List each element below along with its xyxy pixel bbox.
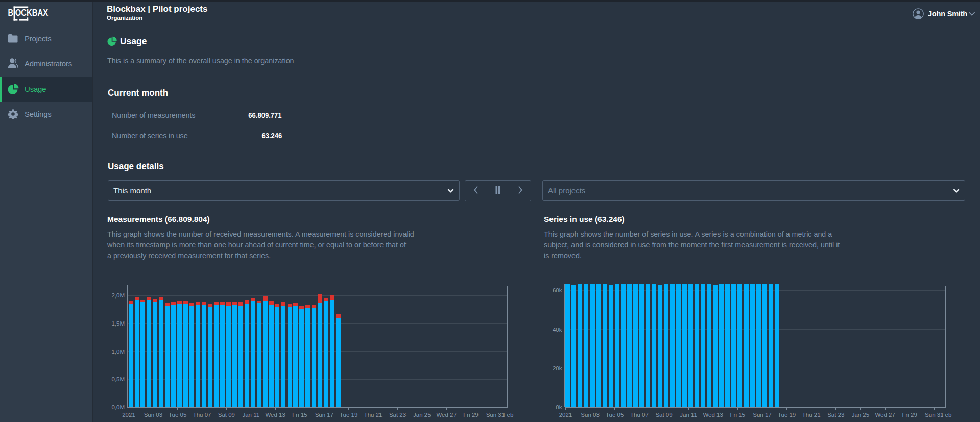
svg-text:Sat 23: Sat 23 xyxy=(827,412,844,418)
svg-text:Feb: Feb xyxy=(504,412,514,418)
svg-text:Fri 29: Fri 29 xyxy=(463,412,478,418)
svg-text:Wed 13: Wed 13 xyxy=(703,412,723,418)
svg-text:Sun 31: Sun 31 xyxy=(925,412,943,418)
svg-text:Fri 15: Fri 15 xyxy=(292,412,307,418)
svg-text:Tue 05: Tue 05 xyxy=(606,412,624,418)
svg-text:Sat 23: Sat 23 xyxy=(389,412,406,418)
svg-text:Jan 11: Jan 11 xyxy=(680,412,697,418)
svg-text:Sat 09: Sat 09 xyxy=(655,412,672,418)
svg-text:Fri 29: Fri 29 xyxy=(902,412,917,418)
svg-text:Jan 11: Jan 11 xyxy=(242,412,259,418)
svg-text:Sun 31: Sun 31 xyxy=(486,412,505,418)
svg-text:0,5M: 0,5M xyxy=(111,376,125,382)
svg-text:Wed 27: Wed 27 xyxy=(436,412,456,418)
svg-text:Tue 05: Tue 05 xyxy=(169,412,186,418)
svg-text:Jan 25: Jan 25 xyxy=(852,412,870,418)
svg-text:2,0M: 2,0M xyxy=(111,292,125,299)
svg-text:Sat 09: Sat 09 xyxy=(218,412,235,418)
svg-text:Sun 03: Sun 03 xyxy=(581,412,599,418)
svg-text:Thu 07: Thu 07 xyxy=(630,412,649,418)
svg-text:60k: 60k xyxy=(553,287,562,293)
svg-text:2021: 2021 xyxy=(559,412,572,418)
svg-text:Thu 21: Thu 21 xyxy=(364,412,383,418)
svg-text:1,0M: 1,0M xyxy=(111,349,125,355)
svg-text:Thu 21: Thu 21 xyxy=(802,412,821,418)
svg-text:0,0M: 0,0M xyxy=(111,404,125,410)
svg-text:Feb: Feb xyxy=(941,412,951,418)
svg-text:Tue 19: Tue 19 xyxy=(340,412,357,418)
svg-text:Sun 17: Sun 17 xyxy=(315,412,333,418)
svg-text:Wed 27: Wed 27 xyxy=(875,412,895,418)
svg-text:Fri 15: Fri 15 xyxy=(730,412,745,418)
svg-text:Jan 25: Jan 25 xyxy=(413,412,431,418)
svg-text:Tue 19: Tue 19 xyxy=(778,412,796,418)
svg-text:Sun 03: Sun 03 xyxy=(144,412,162,418)
svg-text:1,5M: 1,5M xyxy=(111,320,125,327)
svg-text:40k: 40k xyxy=(553,327,562,333)
svg-text:Thu 07: Thu 07 xyxy=(193,412,211,418)
svg-text:0k: 0k xyxy=(556,404,562,410)
svg-text:Wed 13: Wed 13 xyxy=(265,412,285,418)
svg-text:Sun 17: Sun 17 xyxy=(753,412,771,418)
svg-text:2021: 2021 xyxy=(122,412,135,418)
svg-text:20k: 20k xyxy=(553,365,562,371)
